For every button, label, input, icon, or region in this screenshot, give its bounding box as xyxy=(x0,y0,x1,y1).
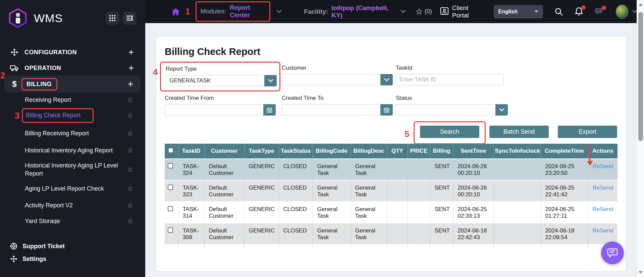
notifications-button[interactable] xyxy=(575,7,583,16)
sidebar-item-receiving-report[interactable]: Receiving Report ☆ xyxy=(0,92,145,107)
cell-sent_time: 2024-06-26 00:20:10 xyxy=(453,159,493,180)
select-all-checkbox[interactable] xyxy=(168,148,173,153)
calendar-icon xyxy=(384,107,389,113)
sidebar-item-historical-inventory-aging-report[interactable]: Historical Inventory Aging Report ☆ xyxy=(0,143,145,158)
cell-sent_time: 2024-06-26 00:20:10 xyxy=(453,180,493,202)
operation-truck-icon xyxy=(10,64,19,72)
favorite-star-icon[interactable]: ☆ xyxy=(127,165,133,174)
cell-billing_code: General Task xyxy=(313,180,351,202)
created-to-calendar-button[interactable] xyxy=(380,104,393,116)
vertical-scrollbar[interactable] xyxy=(637,0,644,277)
scrollbar-down-arrow[interactable] xyxy=(639,271,643,274)
sidebar-item-support-ticket[interactable]: Support Ticket xyxy=(0,240,145,253)
expand-billing-icon[interactable]: + xyxy=(128,79,133,89)
sidebar-item-label: Historical Inventory Aging Report xyxy=(25,146,127,154)
scrollbar-up-arrow[interactable] xyxy=(639,3,643,6)
support-lifebuoy-icon xyxy=(10,243,17,250)
cell-task_id: TASK-323 xyxy=(178,180,204,202)
favorite-star-icon[interactable]: ☆ xyxy=(127,185,133,193)
favorite-star-icon[interactable]: ☆ xyxy=(127,96,133,104)
expand-operation-icon[interactable]: + xyxy=(128,63,134,73)
client-portal-link[interactable]: Client Portal xyxy=(452,4,484,19)
batch-send-button[interactable]: Batch Send xyxy=(489,126,549,138)
status-dropdown-button[interactable] xyxy=(495,104,508,116)
client-portal-icon xyxy=(440,7,449,16)
chevron-down-icon xyxy=(268,79,273,83)
collapse-sidebar-button[interactable] xyxy=(123,11,137,25)
favorite-star-icon[interactable]: ☆ xyxy=(127,201,133,209)
customer-dropdown-button[interactable] xyxy=(380,74,393,85)
created-to-datepicker[interactable] xyxy=(282,104,393,116)
column-header-qty: QTY xyxy=(387,144,408,159)
row-checkbox[interactable] xyxy=(168,206,173,211)
customer-label: Customer xyxy=(282,65,396,71)
status-select[interactable] xyxy=(396,104,508,116)
cell-billing_code: General Task xyxy=(313,223,351,245)
sidebar-item-activity-report-v2[interactable]: Activity Report V2 ☆ xyxy=(0,196,145,214)
annotation-box-billing: BILLING xyxy=(21,78,57,90)
language-select[interactable]: English xyxy=(494,5,543,18)
cell-billing_desc: General Task xyxy=(351,223,387,245)
cell-billing_code: General Task xyxy=(313,202,351,223)
created-from-value xyxy=(165,104,263,116)
search-icon xyxy=(554,7,563,16)
resend-link[interactable]: ReSend xyxy=(593,185,613,191)
column-header-billing: Billing xyxy=(430,144,453,159)
favorite-star-icon[interactable]: ☆ xyxy=(127,129,133,137)
report-type-select[interactable]: GENERALTASK xyxy=(166,75,277,86)
resend-link[interactable]: ReSend xyxy=(593,206,613,212)
favorite-star-icon[interactable]: ☆ xyxy=(127,217,133,224)
export-button[interactable]: Export xyxy=(558,126,617,138)
favorite-star-icon[interactable]: ☆ xyxy=(127,112,133,120)
favorite-star-icon[interactable]: ☆ xyxy=(127,146,133,154)
cell-qty xyxy=(387,180,408,202)
sidebar: WMS CONFIGURATION + OPERATION + xyxy=(0,0,145,277)
sidebar-item-label: Support Ticket xyxy=(22,243,65,250)
annotation-number-2: 2 xyxy=(0,70,5,81)
scrollbar-thumb[interactable] xyxy=(638,12,643,141)
sidebar-item-configuration[interactable]: CONFIGURATION + xyxy=(0,44,145,60)
row-checkbox[interactable] xyxy=(168,227,173,233)
created-from-calendar-button[interactable] xyxy=(263,104,276,116)
apps-grid-button[interactable] xyxy=(106,11,119,25)
sidebar-item-label: Billing Receiving Report xyxy=(25,129,127,137)
search-button-main[interactable]: Search xyxy=(420,126,479,138)
chevron-down-icon[interactable] xyxy=(400,9,406,15)
user-avatar[interactable] xyxy=(616,5,629,19)
sidebar-item-billing[interactable]: 2 $ BILLING + xyxy=(5,76,141,92)
resend-link[interactable]: ReSend xyxy=(593,163,613,169)
column-header-customer: Customer xyxy=(204,144,244,159)
wms-logo-icon xyxy=(9,8,26,28)
cell-billing: SENT xyxy=(430,202,453,223)
page-title: Billing Check Report xyxy=(165,46,617,57)
sidebar-item-settings[interactable]: Settings xyxy=(0,253,145,265)
report-type-dropdown-button[interactable] xyxy=(264,75,277,86)
cell-customer: Default Customer xyxy=(204,180,244,202)
row-checkbox[interactable] xyxy=(168,185,173,190)
messages-button[interactable] xyxy=(595,7,604,16)
modules-selector[interactable]: Modules: Report Center xyxy=(196,1,271,22)
expand-configuration-icon[interactable]: + xyxy=(128,48,134,57)
customer-select[interactable] xyxy=(282,74,393,85)
home-icon[interactable] xyxy=(171,7,180,16)
chat-fab-button[interactable] xyxy=(601,241,624,264)
resend-link[interactable]: ReSend xyxy=(593,227,613,234)
facility-label: Facility: xyxy=(304,8,328,15)
chevron-down-icon xyxy=(384,78,389,82)
grid-icon xyxy=(109,15,116,21)
chevron-down-icon[interactable] xyxy=(276,9,282,15)
sidebar-item-yard-storage[interactable]: Yard Storage ☆ xyxy=(0,214,145,224)
favorites-star-icon[interactable]: ☆ xyxy=(415,7,423,16)
sidebar-item-aging-lp-level-report-check[interactable]: Aging LP Level Report Check ☆ xyxy=(0,181,145,196)
created-from-datepicker[interactable] xyxy=(165,104,276,116)
search-button[interactable] xyxy=(554,7,563,16)
sidebar-item-billing-receiving-report[interactable]: Billing Receiving Report ☆ xyxy=(0,124,145,143)
row-checkbox[interactable] xyxy=(168,163,173,168)
chevron-down-icon xyxy=(534,10,538,13)
table-row-partial xyxy=(165,245,618,249)
sidebar-item-operation[interactable]: OPERATION + xyxy=(0,60,145,76)
cell-price xyxy=(408,223,430,245)
sidebar-item-billing-check-report[interactable]: 3Billing Check Report ☆ xyxy=(0,107,145,124)
task-id-input[interactable] xyxy=(396,74,504,85)
sidebar-item-historical-inventory-aging-lp-level-report[interactable]: Historical Inventory Aging LP Level Repo… xyxy=(0,158,145,181)
